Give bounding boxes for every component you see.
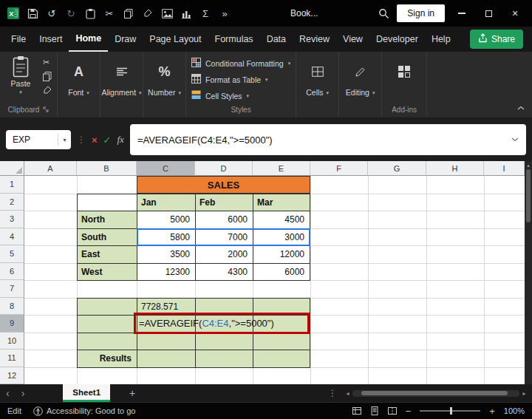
vertical-scrollbar-thumb[interactable] xyxy=(526,169,531,222)
row-header-3[interactable]: 3 xyxy=(0,211,24,228)
conditional-formatting-button[interactable]: Conditional Formatting ▾ xyxy=(191,58,290,69)
menu-developer[interactable]: Developer xyxy=(369,27,425,52)
row-header-4[interactable]: 4 xyxy=(0,228,24,246)
row-header-1[interactable]: 1 xyxy=(0,176,24,194)
sign-in-button[interactable]: Sign in xyxy=(397,4,445,22)
cell-E3[interactable]: 4500 xyxy=(253,211,310,228)
row-header-11[interactable]: 11 xyxy=(0,350,24,367)
zoom-out-button[interactable]: − xyxy=(406,406,412,417)
menu-home[interactable]: Home xyxy=(69,27,108,52)
undo-icon[interactable]: ↺ xyxy=(46,7,58,20)
row-header-10[interactable]: 10 xyxy=(0,333,24,350)
row-header-9[interactable]: 9 xyxy=(0,315,24,333)
formula-bar-expand-icon[interactable] xyxy=(511,137,519,142)
paste-icon[interactable] xyxy=(84,7,96,20)
cell-sales-header[interactable]: SALES xyxy=(137,176,310,194)
save-icon[interactable] xyxy=(27,7,38,20)
horizontal-scrollbar-track[interactable] xyxy=(352,390,519,397)
column-header-d[interactable]: D xyxy=(195,161,253,176)
cell-B11[interactable]: Results xyxy=(77,350,137,367)
previous-sheet-button[interactable]: ‹ xyxy=(0,384,16,402)
cell-B9[interactable] xyxy=(77,315,137,333)
menu-data[interactable]: Data xyxy=(260,27,293,52)
scroll-right-icon[interactable]: ► xyxy=(519,391,529,396)
column-header-h[interactable]: H xyxy=(426,161,484,176)
paste-button[interactable]: Paste ▾ xyxy=(5,55,36,95)
cell-C3[interactable]: 5000 xyxy=(137,211,195,228)
next-sheet-button[interactable]: › xyxy=(16,384,31,402)
cell-E6[interactable]: 6000 xyxy=(253,263,310,281)
format-painter-icon[interactable] xyxy=(142,7,154,20)
picture-icon[interactable] xyxy=(161,7,173,20)
chart-icon[interactable] xyxy=(180,7,192,20)
row-header-5[interactable]: 5 xyxy=(0,245,24,263)
cell-B4[interactable]: South xyxy=(77,228,137,246)
normal-view-button[interactable] xyxy=(352,406,361,415)
cell-B8[interactable] xyxy=(77,298,137,316)
name-box[interactable]: EXP ▾ xyxy=(6,130,71,149)
column-header-i[interactable]: I xyxy=(484,161,525,176)
select-all-corner[interactable] xyxy=(0,161,24,176)
maximize-button[interactable] xyxy=(479,4,498,23)
copy-icon[interactable] xyxy=(123,7,134,20)
menu-draw[interactable]: Draw xyxy=(108,27,143,52)
enter-button[interactable]: ✓ xyxy=(103,134,112,146)
row-header-12[interactable]: 12 xyxy=(0,367,24,385)
zoom-slider[interactable] xyxy=(420,410,480,412)
page-layout-view-button[interactable] xyxy=(370,406,379,415)
row-header-6[interactable]: 6 xyxy=(0,263,24,281)
sheet-tab-sheet1[interactable]: Sheet1 xyxy=(63,384,110,402)
cell-E2[interactable]: Mar xyxy=(253,194,310,211)
sheet-tab-menu-icon[interactable]: ⋮ xyxy=(322,384,343,402)
cell-styles-button[interactable]: Cell Styles ▾ xyxy=(191,90,290,101)
search-icon[interactable] xyxy=(378,7,389,20)
cell-C11[interactable] xyxy=(137,350,195,367)
column-header-g[interactable]: G xyxy=(368,161,426,176)
close-button[interactable]: × xyxy=(505,4,525,23)
cell-E11[interactable] xyxy=(253,350,310,367)
column-header-e[interactable]: E xyxy=(253,161,310,176)
sheet-grid[interactable]: A B C D E F G H I 1 2 3 4 5 6 7 8 9 10 xyxy=(0,161,525,384)
minimize-button[interactable] xyxy=(452,4,471,23)
menu-review[interactable]: Review xyxy=(293,27,336,52)
menu-insert[interactable]: Insert xyxy=(33,27,69,52)
row-header-2[interactable]: 2 xyxy=(0,194,24,211)
menu-page-layout[interactable]: Page Layout xyxy=(143,27,208,52)
add-sheet-button[interactable]: + xyxy=(120,384,144,402)
cell-C5[interactable]: 3500 xyxy=(137,245,195,263)
column-header-b[interactable]: B xyxy=(77,161,137,176)
name-box-dropdown-icon[interactable]: ▾ xyxy=(58,134,71,146)
zoom-level[interactable]: 100% xyxy=(504,406,525,415)
vertical-scrollbar[interactable]: ▲ xyxy=(525,161,532,384)
cell-C10[interactable] xyxy=(137,333,195,350)
menu-file[interactable]: File xyxy=(4,27,33,52)
cell-D10[interactable] xyxy=(195,333,253,350)
cell-D6[interactable]: 4300 xyxy=(195,263,253,281)
cell-B5[interactable]: East xyxy=(77,245,137,263)
alignment-group-button[interactable]: Alignment▾ xyxy=(100,52,143,117)
cell-D3[interactable]: 6000 xyxy=(195,211,253,228)
column-header-f[interactable]: F xyxy=(310,161,368,176)
menu-help[interactable]: Help xyxy=(425,27,457,52)
accessibility-status[interactable]: Accessibility: Good to go xyxy=(47,406,135,415)
zoom-in-button[interactable]: + xyxy=(489,406,495,417)
formula-input[interactable]: =AVERAGEIF(C4:E4,">=5000") xyxy=(130,124,526,155)
page-break-preview-button[interactable] xyxy=(388,406,397,415)
column-header-c[interactable]: C xyxy=(137,161,195,176)
cut-icon[interactable]: ✂ xyxy=(43,58,52,67)
row-header-8[interactable]: 8 xyxy=(0,298,24,316)
clipboard-dialog-launcher-icon[interactable] xyxy=(43,106,49,114)
scroll-left-icon[interactable]: ◄ xyxy=(343,391,352,396)
scroll-up-icon[interactable]: ▲ xyxy=(526,163,531,168)
cut-icon[interactable]: ✂ xyxy=(103,7,115,20)
format-painter-icon[interactable] xyxy=(43,86,52,95)
copy-icon[interactable] xyxy=(43,72,52,81)
addins-button[interactable] xyxy=(398,58,411,85)
collapse-ribbon-button[interactable] xyxy=(517,100,525,113)
zoom-slider-thumb[interactable] xyxy=(450,407,452,415)
autosum-icon[interactable]: Σ xyxy=(200,7,211,20)
cell-D5[interactable]: 2000 xyxy=(195,245,253,263)
number-group-button[interactable]: % Number▾ xyxy=(143,52,186,117)
cell-B6[interactable]: West xyxy=(77,263,137,281)
cell-C2[interactable]: Jan xyxy=(137,194,195,211)
